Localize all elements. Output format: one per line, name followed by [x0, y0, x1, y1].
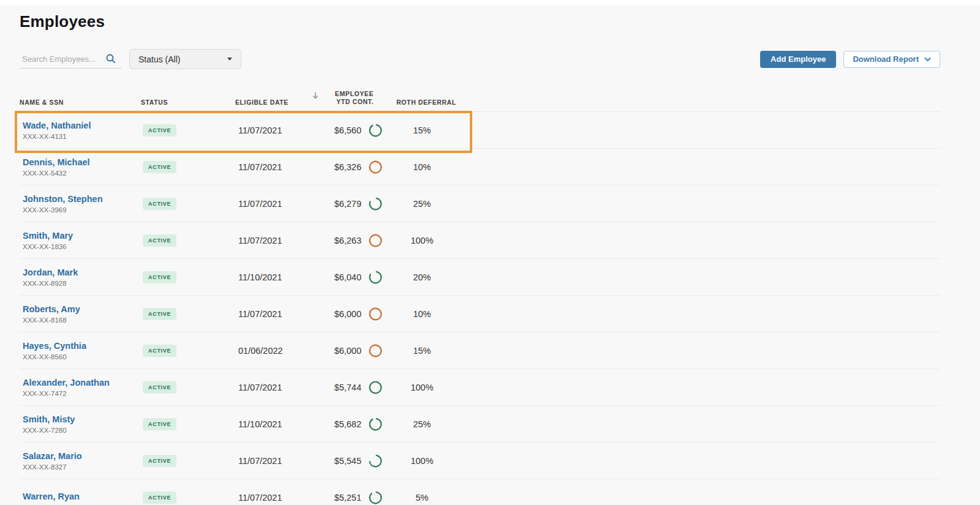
roth-deferral: 15%	[390, 346, 463, 356]
contribution-progress-ring-icon	[361, 417, 390, 431]
status-badge: ACTIVE	[143, 198, 176, 210]
column-header-employee-ytd-cont[interactable]: EMPLOYEE YTD CONT.	[312, 90, 390, 106]
status-cell: ACTIVE	[141, 417, 235, 430]
sort-descending-arrow-icon	[312, 92, 318, 99]
page-title: Employees	[20, 12, 940, 32]
table-row[interactable]: Alexander, Jonathan XXX-XX-7472 ACTIVE 1…	[20, 369, 940, 406]
download-report-button[interactable]: Download Report	[843, 51, 940, 68]
search-icon[interactable]	[105, 53, 116, 64]
status-cell: ACTIVE	[141, 344, 235, 357]
status-badge: ACTIVE	[143, 271, 176, 283]
status-cell: ACTIVE	[141, 234, 235, 247]
eligible-date: 11/07/2021	[235, 493, 312, 503]
table-row[interactable]: Salazar, Mario XXX-XX-8327 ACTIVE 11/07/…	[20, 443, 940, 479]
roth-deferral: 25%	[390, 419, 463, 429]
search-input[interactable]	[20, 54, 104, 64]
table-row[interactable]: Hayes, Cynthia XXX-XX-8560 ACTIVE 01/06/…	[20, 332, 940, 369]
contribution-progress-ring-icon	[361, 307, 390, 321]
employee-ssn: XXX-XX-7280	[23, 427, 141, 434]
employee-ssn: XXX-XX-8327	[23, 463, 141, 471]
contribution-progress-ring-icon	[361, 344, 390, 357]
name-ssn-cell: Smith, Mary XXX-XX-1836	[20, 231, 141, 250]
table-row[interactable]: Dennis, Michael XXX-XX-5432 ACTIVE 11/07…	[20, 149, 940, 185]
employee-name-link[interactable]: Jordan, Mark	[23, 267, 141, 278]
employee-ssn: XXX-XX-7472	[23, 390, 141, 397]
name-ssn-cell: Warren, Ryan	[20, 492, 141, 504]
ytd-contribution: $5,251	[312, 493, 361, 503]
employees-page: Employees Status (All) Add Employee Down…	[0, 5, 980, 505]
employee-name-link[interactable]: Salazar, Mario	[23, 451, 141, 462]
table-row[interactable]: Jordan, Mark XXX-XX-8928 ACTIVE 11/10/20…	[20, 259, 940, 296]
name-ssn-cell: Roberts, Amy XXX-XX-8168	[20, 304, 141, 324]
contribution-progress-ring-icon	[361, 381, 390, 394]
roth-deferral: 25%	[390, 199, 463, 209]
top-strip	[0, 0, 980, 5]
employee-name-link[interactable]: Alexander, Jonathan	[23, 378, 141, 388]
table-row[interactable]: Johnston, Stephen XXX-XX-3969 ACTIVE 11/…	[20, 185, 940, 222]
employee-name-link[interactable]: Roberts, Amy	[23, 304, 141, 315]
employee-name-link[interactable]: Warren, Ryan	[23, 492, 141, 502]
table-row[interactable]: Roberts, Amy XXX-XX-8168 ACTIVE 11/07/20…	[20, 296, 940, 332]
search-field-wrap	[20, 50, 121, 69]
eligible-date: 11/07/2021	[235, 309, 312, 319]
ytd-contribution: $6,279	[312, 199, 361, 209]
roth-deferral: 10%	[390, 309, 463, 319]
status-cell: ACTIVE	[141, 491, 235, 504]
status-cell: ACTIVE	[141, 454, 235, 467]
employee-name-link[interactable]: Smith, Mary	[23, 231, 141, 241]
name-ssn-cell: Hayes, Cynthia XXX-XX-8560	[20, 341, 141, 361]
column-header-roth-deferral: ROTH DEFERRAL	[390, 99, 463, 106]
roth-deferral: 15%	[390, 125, 463, 135]
roth-deferral: 100%	[390, 236, 463, 245]
name-ssn-cell: Smith, Misty XXX-XX-7280	[20, 414, 141, 434]
employee-ssn: XXX-XX-8560	[23, 353, 141, 361]
employee-name-link[interactable]: Wade, Nathaniel	[23, 121, 141, 131]
chevron-down-icon	[924, 57, 931, 62]
contribution-progress-ring-icon	[361, 234, 390, 247]
employee-name-link[interactable]: Hayes, Cynthia	[23, 341, 141, 351]
employee-ssn: XXX-XX-8928	[23, 280, 141, 287]
employee-name-link[interactable]: Dennis, Michael	[23, 157, 141, 168]
ytd-contribution: $6,560	[312, 125, 361, 135]
name-ssn-cell: Jordan, Mark XXX-XX-8928	[20, 267, 141, 287]
status-badge: ACTIVE	[143, 308, 176, 320]
employee-ssn: XXX-XX-1836	[23, 243, 141, 250]
table-row[interactable]: Smith, Misty XXX-XX-7280 ACTIVE 11/10/20…	[20, 406, 940, 443]
ytd-contribution: $6,000	[312, 346, 361, 356]
download-report-label: Download Report	[853, 54, 919, 64]
add-employee-button[interactable]: Add Employee	[760, 51, 836, 68]
roth-deferral: 100%	[390, 383, 463, 392]
contribution-progress-ring-icon	[361, 197, 390, 211]
eligible-date: 11/07/2021	[235, 456, 312, 466]
employee-name-link[interactable]: Smith, Misty	[23, 414, 141, 425]
employee-name-link[interactable]: Johnston, Stephen	[23, 194, 141, 204]
name-ssn-cell: Alexander, Jonathan XXX-XX-7472	[20, 378, 141, 397]
toolbar: Status (All) Add Employee Download Repor…	[20, 49, 940, 69]
name-ssn-cell: Wade, Nathaniel XXX-XX-4131	[20, 121, 141, 140]
column-header-label: EMPLOYEE YTD CONT.	[322, 90, 374, 106]
employee-ssn: XXX-XX-4131	[23, 133, 141, 140]
ytd-contribution: $5,744	[312, 383, 361, 392]
chevron-down-icon	[227, 58, 232, 61]
contribution-progress-ring-icon	[361, 491, 390, 504]
roth-deferral: 5%	[390, 493, 463, 503]
status-filter-value: Status (All)	[138, 54, 180, 64]
table-row[interactable]: Smith, Mary XXX-XX-1836 ACTIVE 11/07/202…	[20, 222, 940, 259]
ytd-contribution: $5,682	[312, 419, 361, 429]
employee-ssn: XXX-XX-3969	[23, 206, 141, 214]
status-badge: ACTIVE	[143, 345, 176, 357]
name-ssn-cell: Salazar, Mario XXX-XX-8327	[20, 451, 141, 471]
eligible-date: 11/07/2021	[235, 125, 312, 135]
table-row[interactable]: Warren, Ryan ACTIVE 11/07/2021 $5,251 5%	[20, 479, 940, 505]
table-row[interactable]: Wade, Nathaniel XXX-XX-4131 ACTIVE 11/07…	[20, 112, 940, 149]
column-header-status: STATUS	[141, 99, 235, 106]
status-cell: ACTIVE	[141, 381, 235, 394]
table-header-row: NAME & SSN STATUS ELIGIBLE DATE EMPLOYEE…	[20, 90, 940, 112]
status-filter-dropdown[interactable]: Status (All)	[129, 49, 241, 69]
eligible-date: 11/07/2021	[235, 199, 312, 209]
column-header-eligible-date: ELIGIBLE DATE	[235, 99, 312, 106]
ytd-contribution: $5,545	[312, 456, 361, 466]
eligible-date: 11/07/2021	[235, 236, 312, 245]
contribution-progress-ring-icon	[361, 454, 390, 468]
column-header-name-ssn: NAME & SSN	[20, 99, 141, 106]
